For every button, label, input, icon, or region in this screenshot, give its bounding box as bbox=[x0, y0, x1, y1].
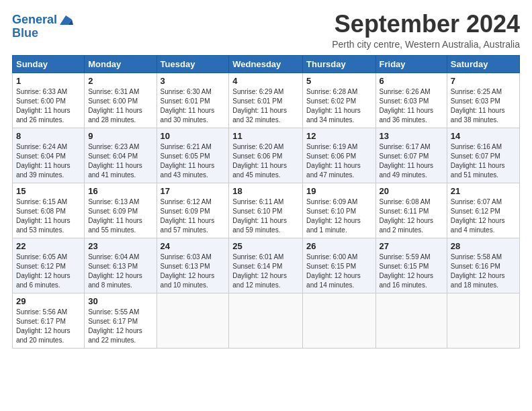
day-cell: 1Sunrise: 6:33 AMSunset: 6:00 PMDaylight… bbox=[13, 73, 85, 128]
col-friday: Friday bbox=[375, 55, 447, 73]
day-number: 7 bbox=[451, 76, 516, 86]
day-cell: 15Sunrise: 6:15 AMSunset: 6:08 PMDayligh… bbox=[13, 183, 85, 238]
col-tuesday: Tuesday bbox=[157, 55, 229, 73]
day-number: 8 bbox=[16, 131, 81, 141]
day-info: Sunrise: 6:33 AMSunset: 6:00 PMDaylight:… bbox=[16, 88, 71, 124]
day-cell: 5Sunrise: 6:28 AMSunset: 6:02 PMDaylight… bbox=[303, 73, 375, 128]
day-cell: 13Sunrise: 6:17 AMSunset: 6:07 PMDayligh… bbox=[375, 128, 447, 183]
day-info: Sunrise: 6:08 AMSunset: 6:11 PMDaylight:… bbox=[380, 198, 434, 234]
day-number: 28 bbox=[451, 241, 516, 251]
day-cell: 30Sunrise: 5:55 AMSunset: 6:17 PMDayligh… bbox=[85, 293, 157, 348]
day-info: Sunrise: 6:24 AMSunset: 6:04 PMDaylight:… bbox=[16, 143, 71, 179]
day-cell: 12Sunrise: 6:19 AMSunset: 6:06 PMDayligh… bbox=[303, 128, 375, 183]
day-cell: 7Sunrise: 6:25 AMSunset: 6:03 PMDaylight… bbox=[447, 73, 519, 128]
day-cell bbox=[447, 293, 519, 348]
day-cell: 23Sunrise: 6:04 AMSunset: 6:13 PMDayligh… bbox=[85, 238, 157, 293]
col-wednesday: Wednesday bbox=[229, 55, 303, 73]
week-row-2: 8Sunrise: 6:24 AMSunset: 6:04 PMDaylight… bbox=[13, 128, 520, 183]
day-info: Sunrise: 6:04 AMSunset: 6:13 PMDaylight:… bbox=[88, 253, 142, 289]
day-cell bbox=[303, 293, 375, 348]
day-info: Sunrise: 6:17 AMSunset: 6:07 PMDaylight:… bbox=[380, 143, 434, 179]
subtitle: Perth city centre, Western Australia, Au… bbox=[332, 39, 520, 50]
day-number: 26 bbox=[306, 241, 371, 251]
day-number: 19 bbox=[306, 186, 371, 196]
title-block: September 2024 Perth city centre, Wester… bbox=[332, 11, 520, 50]
day-number: 17 bbox=[161, 186, 226, 196]
day-number: 4 bbox=[232, 76, 299, 86]
day-info: Sunrise: 6:15 AMSunset: 6:08 PMDaylight:… bbox=[16, 198, 71, 234]
day-number: 10 bbox=[161, 131, 226, 141]
day-number: 14 bbox=[451, 131, 516, 141]
week-row-3: 15Sunrise: 6:15 AMSunset: 6:08 PMDayligh… bbox=[13, 183, 520, 238]
day-info: Sunrise: 6:31 AMSunset: 6:00 PMDaylight:… bbox=[88, 88, 142, 124]
col-sunday: Sunday bbox=[13, 55, 85, 73]
day-number: 15 bbox=[16, 186, 81, 196]
logo: General Blue bbox=[12, 13, 73, 40]
day-number: 13 bbox=[380, 131, 443, 141]
day-info: Sunrise: 5:56 AMSunset: 6:17 PMDaylight:… bbox=[16, 308, 71, 344]
day-info: Sunrise: 6:16 AMSunset: 6:07 PMDaylight:… bbox=[451, 143, 505, 179]
day-cell: 20Sunrise: 6:08 AMSunset: 6:11 PMDayligh… bbox=[375, 183, 447, 238]
day-cell: 9Sunrise: 6:23 AMSunset: 6:04 PMDaylight… bbox=[85, 128, 157, 183]
day-number: 9 bbox=[88, 131, 152, 141]
day-info: Sunrise: 6:03 AMSunset: 6:13 PMDaylight:… bbox=[161, 253, 215, 289]
day-info: Sunrise: 6:00 AMSunset: 6:15 PMDaylight:… bbox=[306, 253, 361, 289]
week-row-4: 22Sunrise: 6:05 AMSunset: 6:12 PMDayligh… bbox=[13, 238, 520, 293]
day-info: Sunrise: 6:29 AMSunset: 6:01 PMDaylight:… bbox=[232, 88, 287, 124]
day-cell: 22Sunrise: 6:05 AMSunset: 6:12 PMDayligh… bbox=[13, 238, 85, 293]
header-row: Sunday Monday Tuesday Wednesday Thursday… bbox=[13, 55, 520, 73]
day-info: Sunrise: 6:11 AMSunset: 6:10 PMDaylight:… bbox=[232, 198, 287, 234]
day-cell bbox=[229, 293, 303, 348]
col-thursday: Thursday bbox=[303, 55, 375, 73]
month-title: September 2024 bbox=[332, 11, 520, 38]
day-cell: 8Sunrise: 6:24 AMSunset: 6:04 PMDaylight… bbox=[13, 128, 85, 183]
day-cell: 11Sunrise: 6:20 AMSunset: 6:06 PMDayligh… bbox=[229, 128, 303, 183]
day-number: 12 bbox=[306, 131, 371, 141]
day-cell: 6Sunrise: 6:26 AMSunset: 6:03 PMDaylight… bbox=[375, 73, 447, 128]
day-info: Sunrise: 6:01 AMSunset: 6:14 PMDaylight:… bbox=[232, 253, 287, 289]
day-cell: 25Sunrise: 6:01 AMSunset: 6:14 PMDayligh… bbox=[229, 238, 303, 293]
day-cell: 21Sunrise: 6:07 AMSunset: 6:12 PMDayligh… bbox=[447, 183, 519, 238]
day-info: Sunrise: 6:13 AMSunset: 6:09 PMDaylight:… bbox=[88, 198, 142, 234]
day-info: Sunrise: 5:58 AMSunset: 6:16 PMDaylight:… bbox=[451, 253, 505, 289]
day-cell: 18Sunrise: 6:11 AMSunset: 6:10 PMDayligh… bbox=[229, 183, 303, 238]
day-number: 16 bbox=[88, 186, 152, 196]
day-number: 27 bbox=[380, 241, 443, 251]
day-cell: 28Sunrise: 5:58 AMSunset: 6:16 PMDayligh… bbox=[447, 238, 519, 293]
day-cell: 3Sunrise: 6:30 AMSunset: 6:01 PMDaylight… bbox=[157, 73, 229, 128]
day-number: 29 bbox=[16, 296, 81, 306]
day-cell: 17Sunrise: 6:12 AMSunset: 6:09 PMDayligh… bbox=[157, 183, 229, 238]
logo-icon bbox=[58, 14, 73, 26]
col-monday: Monday bbox=[85, 55, 157, 73]
day-number: 20 bbox=[380, 186, 443, 196]
day-cell: 16Sunrise: 6:13 AMSunset: 6:09 PMDayligh… bbox=[85, 183, 157, 238]
day-info: Sunrise: 5:55 AMSunset: 6:17 PMDaylight:… bbox=[88, 308, 142, 344]
day-number: 24 bbox=[161, 241, 226, 251]
day-cell bbox=[375, 293, 447, 348]
day-cell: 2Sunrise: 6:31 AMSunset: 6:00 PMDaylight… bbox=[85, 73, 157, 128]
day-info: Sunrise: 5:59 AMSunset: 6:15 PMDaylight:… bbox=[380, 253, 434, 289]
day-number: 30 bbox=[88, 296, 152, 306]
day-number: 1 bbox=[16, 76, 81, 86]
day-cell: 10Sunrise: 6:21 AMSunset: 6:05 PMDayligh… bbox=[157, 128, 229, 183]
logo-text2: Blue bbox=[12, 27, 73, 40]
calendar: Sunday Monday Tuesday Wednesday Thursday… bbox=[12, 55, 520, 349]
day-number: 11 bbox=[232, 131, 299, 141]
day-info: Sunrise: 6:12 AMSunset: 6:09 PMDaylight:… bbox=[161, 198, 215, 234]
day-info: Sunrise: 6:26 AMSunset: 6:03 PMDaylight:… bbox=[380, 88, 434, 124]
week-row-1: 1Sunrise: 6:33 AMSunset: 6:00 PMDaylight… bbox=[13, 73, 520, 128]
day-info: Sunrise: 6:28 AMSunset: 6:02 PMDaylight:… bbox=[306, 88, 361, 124]
day-cell: 24Sunrise: 6:03 AMSunset: 6:13 PMDayligh… bbox=[157, 238, 229, 293]
day-cell: 19Sunrise: 6:09 AMSunset: 6:10 PMDayligh… bbox=[303, 183, 375, 238]
day-cell: 27Sunrise: 5:59 AMSunset: 6:15 PMDayligh… bbox=[375, 238, 447, 293]
day-number: 6 bbox=[380, 76, 443, 86]
day-info: Sunrise: 6:21 AMSunset: 6:05 PMDaylight:… bbox=[161, 143, 215, 179]
day-number: 2 bbox=[88, 76, 152, 86]
day-cell: 4Sunrise: 6:29 AMSunset: 6:01 PMDaylight… bbox=[229, 73, 303, 128]
day-number: 5 bbox=[306, 76, 371, 86]
day-info: Sunrise: 6:30 AMSunset: 6:01 PMDaylight:… bbox=[161, 88, 215, 124]
day-number: 22 bbox=[16, 241, 81, 251]
day-cell bbox=[157, 293, 229, 348]
day-info: Sunrise: 6:20 AMSunset: 6:06 PMDaylight:… bbox=[232, 143, 287, 179]
col-saturday: Saturday bbox=[447, 55, 519, 73]
